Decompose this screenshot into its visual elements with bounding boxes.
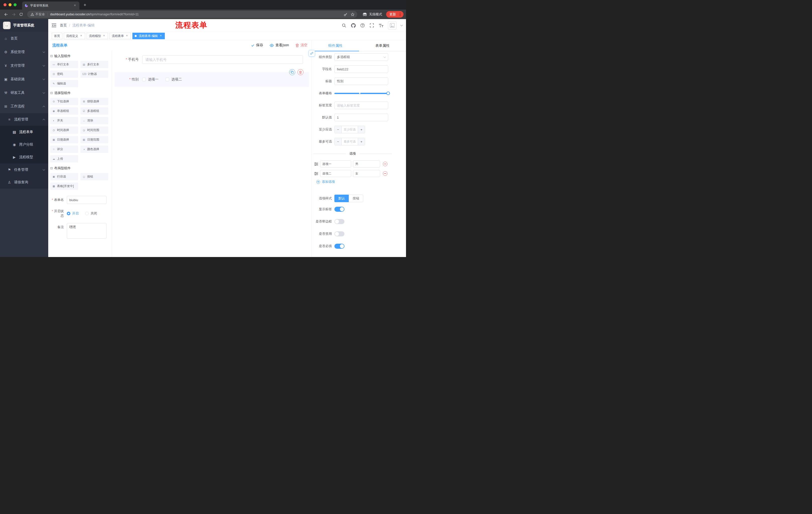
phone-input[interactable]: [142, 55, 303, 64]
breadcrumb-home[interactable]: 首页: [60, 23, 67, 28]
search-icon[interactable]: [342, 23, 346, 28]
title-input[interactable]: [335, 77, 388, 85]
sidebar-item-process-model[interactable]: ▶ 流程模型: [0, 151, 48, 163]
sidebar-item-infrastructure[interactable]: ▣ 基础设施: [0, 73, 48, 86]
tag-process-model[interactable]: 流程模型: [87, 33, 108, 39]
clear-button[interactable]: 清空: [295, 43, 308, 48]
status-radio-on[interactable]: 开启: [67, 211, 79, 216]
sidebar-item-task-mgmt[interactable]: ⚑ 任务管理: [0, 163, 48, 176]
update-button[interactable]: 更新: [386, 11, 404, 18]
view-json-button[interactable]: 查看json: [269, 43, 289, 48]
help-icon[interactable]: [360, 23, 365, 28]
avatar-caret-icon[interactable]: [401, 24, 403, 26]
component-password[interactable]: ⊡密码: [50, 71, 78, 78]
component-radio-group[interactable]: ◉单选框组: [50, 107, 78, 115]
border-toggle[interactable]: [335, 219, 344, 224]
increase-button[interactable]: [358, 138, 365, 145]
drag-handle-icon[interactable]: [314, 162, 318, 166]
tab-component-props[interactable]: 组件属性: [312, 40, 359, 51]
new-tab-button[interactable]: [81, 1, 88, 8]
fullscreen-icon[interactable]: [369, 23, 374, 28]
back-button[interactable]: [2, 11, 9, 18]
tag-close-icon[interactable]: [125, 34, 128, 38]
form-grid-slider[interactable]: [335, 89, 388, 97]
component-type-select[interactable]: 多选框组: [335, 53, 388, 61]
option-label-input[interactable]: [320, 170, 351, 177]
tag-home[interactable]: 首页: [52, 33, 62, 39]
delete-field-button[interactable]: [297, 69, 303, 75]
decrease-button[interactable]: [335, 126, 342, 133]
sidebar-item-process-mgmt[interactable]: ≡ 流程管理: [0, 113, 48, 126]
save-button[interactable]: 保存: [251, 43, 263, 48]
status-radio-off[interactable]: 关闭: [85, 211, 97, 216]
checkbox-option-1[interactable]: 选项一: [142, 77, 158, 82]
stepper-placeholder[interactable]: 至少应选: [342, 126, 358, 133]
hamburger-icon[interactable]: [52, 23, 56, 27]
add-option-button[interactable]: 添加选项: [316, 180, 402, 184]
field-name-input[interactable]: [335, 65, 388, 73]
option-label-input[interactable]: [320, 160, 351, 167]
browser-tab[interactable]: 芋道管理系统: [22, 1, 79, 9]
component-time-picker[interactable]: ◷时间选择: [50, 127, 78, 134]
component-slider[interactable]: ↔滑块: [80, 117, 108, 124]
zoom-window-button[interactable]: [13, 3, 17, 6]
bookmark-star-icon[interactable]: [349, 11, 356, 18]
option-value-input[interactable]: [353, 160, 380, 167]
password-key-icon[interactable]: [342, 11, 349, 18]
component-date-range[interactable]: ▧日期范围: [80, 136, 108, 143]
decrease-button[interactable]: [335, 138, 342, 145]
drag-handle-icon[interactable]: [314, 172, 318, 175]
font-size-icon[interactable]: [379, 23, 384, 28]
tag-width-input[interactable]: [335, 102, 388, 109]
component-date-picker[interactable]: ▦日期选择: [50, 136, 78, 143]
required-toggle[interactable]: [335, 244, 344, 249]
component-cascader[interactable]: ⊞级联选择: [80, 98, 108, 105]
sidebar-item-user-group[interactable]: ◉ 用户分组: [0, 138, 48, 151]
component-switch[interactable]: ◐开关: [50, 117, 78, 124]
component-rate[interactable]: ☆评分: [50, 145, 78, 153]
option-style-button-button[interactable]: 按钮: [349, 195, 363, 202]
component-single-line-text[interactable]: ▭单行文本: [50, 61, 78, 68]
duplicate-field-button[interactable]: [289, 69, 295, 75]
form-name-input[interactable]: [67, 196, 107, 204]
sidebar-item-leave-query[interactable]: ♙ 请假查询: [0, 176, 48, 189]
min-select-stepper[interactable]: 至少应选: [335, 126, 365, 133]
form-remark-textarea[interactable]: 嘿嘿: [67, 223, 107, 239]
increase-button[interactable]: [358, 126, 365, 133]
address-bar[interactable]: 不安全 dashboard.yudao.iocoder.cn/bpm/manag…: [27, 11, 357, 18]
disabled-toggle[interactable]: [335, 231, 344, 236]
tag-process-form-edit[interactable]: 流程表单-编辑: [133, 33, 165, 39]
tag-close-icon[interactable]: [79, 34, 83, 38]
component-table[interactable]: ▩表格[开发中]: [50, 183, 78, 190]
tab-close-icon[interactable]: [73, 3, 77, 7]
slider-track[interactable]: [335, 93, 388, 94]
tag-process-definition[interactable]: 流程定义: [64, 33, 85, 39]
canvas-field-phone[interactable]: 手机号: [117, 55, 303, 64]
github-icon[interactable]: [351, 23, 356, 28]
component-checkbox-group[interactable]: ☑多选框组: [80, 107, 108, 115]
component-row-container[interactable]: ▣行容器: [50, 173, 78, 180]
avatar[interactable]: [388, 21, 397, 30]
component-editor[interactable]: ✎编辑器: [50, 80, 78, 87]
default-value-input[interactable]: [335, 114, 388, 121]
canvas-field-gender-selected[interactable]: 性别 选项一 选项二: [115, 72, 309, 87]
remove-option-icon[interactable]: [383, 171, 387, 176]
remove-option-icon[interactable]: [383, 162, 387, 166]
form-canvas[interactable]: 手机号 性别 选项一 选项二: [112, 50, 312, 257]
component-multi-line-text[interactable]: ▤多行文本: [80, 61, 108, 68]
reload-button[interactable]: [18, 11, 25, 18]
close-window-button[interactable]: [3, 3, 6, 6]
link-icon[interactable]: [309, 50, 315, 57]
component-counter[interactable]: 123计数器: [80, 71, 108, 78]
stepper-placeholder[interactable]: 最多可选: [342, 138, 358, 145]
max-select-stepper[interactable]: 最多可选: [335, 138, 365, 145]
component-select[interactable]: ⊙下拉选择: [50, 98, 78, 105]
sidebar-item-workflow[interactable]: ⊞ 工作流程: [0, 100, 48, 113]
component-upload[interactable]: ☁上传: [50, 155, 78, 162]
sidebar-item-dev-tools[interactable]: ⚒ 研发工具: [0, 86, 48, 100]
sidebar-item-system-mgmt[interactable]: ⚙ 系统管理: [0, 45, 48, 59]
tag-close-icon[interactable]: [102, 34, 106, 38]
checkbox-option-2[interactable]: 选项二: [166, 77, 182, 82]
tag-process-form[interactable]: 流程表单: [110, 33, 131, 39]
security-chip[interactable]: 不安全: [31, 12, 45, 17]
